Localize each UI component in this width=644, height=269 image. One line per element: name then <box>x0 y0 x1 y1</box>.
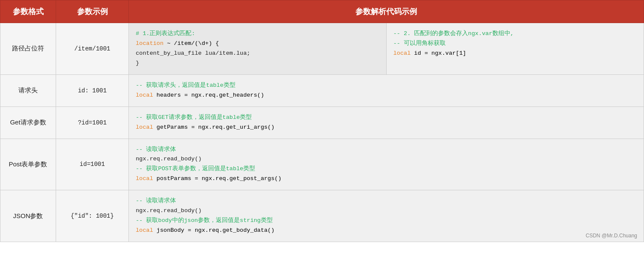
row-label: 请求头 <box>0 74 56 106</box>
row-label: Get请求参数 <box>0 106 56 139</box>
row-code: -- 获取请求头，返回值是table类型local headers = ngx.… <box>129 74 644 106</box>
code-right: -- 2. 匹配到的参数会存入ngx.var数组中,-- 可以用角标获取loca… <box>387 23 644 74</box>
header-col3: 参数解析代码示例 <box>129 0 644 23</box>
code-left: # 1.正则表达式匹配:location ~ /item/(\d+) { con… <box>129 23 387 74</box>
row-label: JSON参数 <box>0 190 56 242</box>
row-label: Post表单参数 <box>0 139 56 190</box>
row-code: -- 读取请求体ngx.req.read_body()-- 获取body中的js… <box>129 190 644 242</box>
row-code: -- 获取GET请求参数，返回值是table类型local getParams … <box>129 106 644 139</box>
row-example: ?id=1001 <box>56 106 129 139</box>
main-table-wrapper: 参数格式 参数示例 参数解析代码示例 路径占位符/item/1001# 1.正则… <box>0 0 644 242</box>
params-table: 参数格式 参数示例 参数解析代码示例 路径占位符/item/1001# 1.正则… <box>0 0 644 242</box>
table-body: 路径占位符/item/1001# 1.正则表达式匹配:location ~ /i… <box>0 23 644 242</box>
header-col1: 参数格式 <box>0 0 56 23</box>
table-row: 请求头id: 1001-- 获取请求头，返回值是table类型local hea… <box>0 74 644 106</box>
header-row: 参数格式 参数示例 参数解析代码示例 <box>0 0 644 23</box>
watermark: CSDN @Mr.D.Chuang <box>586 233 637 239</box>
row-example: id=1001 <box>56 139 129 190</box>
table-row: 路径占位符/item/1001# 1.正则表达式匹配:location ~ /i… <box>0 23 644 75</box>
table-row: JSON参数{"id": 1001}-- 读取请求体ngx.req.read_b… <box>0 190 644 242</box>
table-row: Get请求参数?id=1001-- 获取GET请求参数，返回值是table类型l… <box>0 106 644 139</box>
row-example: /item/1001 <box>56 23 129 75</box>
row-code: # 1.正则表达式匹配:location ~ /item/(\d+) { con… <box>129 23 644 75</box>
row-example: id: 1001 <box>56 74 129 106</box>
row-example: {"id": 1001} <box>56 190 129 242</box>
row-label: 路径占位符 <box>0 23 56 75</box>
row-code: -- 读取请求体ngx.req.read_body()-- 获取POST表单参数… <box>129 139 644 190</box>
header-col2: 参数示例 <box>56 0 129 23</box>
table-row: Post表单参数id=1001-- 读取请求体ngx.req.read_body… <box>0 139 644 190</box>
